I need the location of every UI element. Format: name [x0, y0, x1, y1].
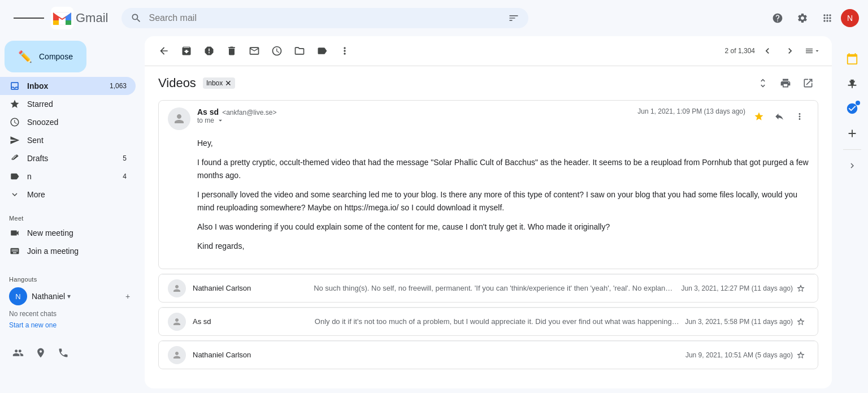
sender-name-1: As sd: [197, 107, 219, 116]
collapsed-message-4[interactable]: Nathaniel Carlson Jun 9, 2021, 10:51 AM …: [159, 341, 818, 369]
pagination-text: 2 of 1,304: [725, 47, 755, 55]
sidebar-item-n[interactable]: n 4: [0, 167, 136, 185]
collapse-sender-4: Nathaniel Carlson: [193, 351, 315, 359]
collapse-sender-3: As sd: [193, 317, 315, 326]
next-email-button[interactable]: [780, 41, 800, 61]
prev-email-button[interactable]: [757, 41, 778, 61]
archive-button[interactable]: [176, 41, 197, 61]
meet-section-label: Meet: [0, 208, 145, 224]
n-count: 4: [123, 172, 127, 180]
starred-label: Starred: [27, 100, 127, 109]
inbox-label: Inbox: [27, 81, 110, 90]
settings-button[interactable]: [791, 7, 814, 29]
toolbar-left: [154, 41, 355, 61]
help-button[interactable]: [766, 7, 789, 29]
message-header-1[interactable]: As sd <ankfan@live.se> to me Jun 1, 2021…: [159, 101, 818, 137]
collapse-date-3: Jun 3, 2021, 5:58 PM (11 days ago): [685, 318, 793, 326]
mark-unread-button[interactable]: [244, 41, 264, 61]
inbox-icon: [9, 80, 20, 92]
report-spam-button[interactable]: [199, 41, 219, 61]
collapse-date-4: Jun 9, 2021, 10:51 AM (5 days ago): [685, 351, 793, 359]
tasks-icon[interactable]: [841, 97, 863, 120]
right-panel: [836, 36, 868, 393]
snooze-icon: [9, 116, 20, 128]
keep-icon[interactable]: [841, 72, 863, 95]
sidebar-item-sent[interactable]: Sent: [0, 131, 136, 149]
hangout-name: Nathaniel: [32, 292, 65, 301]
open-in-new-button[interactable]: [798, 73, 818, 93]
collapse-all-button[interactable]: [753, 73, 773, 93]
more-button-1[interactable]: [791, 107, 809, 126]
collapse-date-2: Jun 3, 2021, 12:27 PM (11 days ago): [682, 284, 793, 292]
search-input[interactable]: [149, 13, 504, 23]
expand-to-icon[interactable]: [216, 116, 224, 124]
message-body-1: Hey, I found a pretty cryptic, occult-th…: [159, 137, 818, 269]
more-label: More: [27, 190, 127, 199]
avatar[interactable]: N: [841, 9, 859, 27]
hangout-user-nathaniel[interactable]: N Nathaniel ▾ +: [0, 285, 145, 308]
search-bar: [121, 8, 528, 28]
collapsed-message-2[interactable]: Nathaniel Carlson No such thing(s). No s…: [159, 274, 818, 302]
sender-email-1: <ankfan@live.se>: [222, 109, 276, 116]
join-meeting-item[interactable]: Join a meeting: [0, 242, 145, 260]
sidebar-item-more[interactable]: More: [0, 185, 136, 204]
email-pane: 2 of 1,304 Videos Inbox ✕: [145, 36, 832, 388]
to-label-1: to me: [197, 116, 214, 124]
body-line-4: Also I was wondering if you could explai…: [197, 221, 809, 233]
move-to-button[interactable]: [289, 41, 310, 61]
inbox-count: 1,063: [110, 82, 127, 90]
back-button[interactable]: [154, 41, 174, 61]
tasks-notification-dot: [856, 101, 860, 105]
sidebar-item-starred[interactable]: Starred: [0, 95, 136, 113]
more-options-button[interactable]: [335, 41, 355, 61]
snooze-button[interactable]: [267, 41, 287, 61]
remove-inbox-tag-button[interactable]: ✕: [225, 79, 232, 88]
sender-avatar-3: [168, 313, 186, 331]
view-options-button[interactable]: [802, 41, 823, 61]
star-icon: [9, 98, 20, 110]
start-new-chat-link[interactable]: Start a new one: [0, 320, 145, 330]
drafts-label: Drafts: [27, 154, 123, 163]
n-label: n: [27, 172, 123, 181]
sidebar-item-inbox[interactable]: Inbox 1,063: [0, 77, 136, 95]
right-panel-divider: [843, 149, 861, 150]
people-icon[interactable]: [9, 344, 27, 362]
collapse-preview-2: No such thing(s). No self, no freewill, …: [314, 284, 676, 292]
gmail-logo[interactable]: Gmail: [51, 7, 108, 29]
hangout-chevron-icon: ▾: [67, 292, 71, 300]
add-apps-button[interactable]: [841, 122, 863, 145]
collapse-panel-button[interactable]: [841, 154, 863, 177]
message-item-2: Nathaniel Carlson No such thing(s). No s…: [158, 274, 818, 303]
phone-icon[interactable]: [54, 344, 72, 362]
sidebar-item-drafts[interactable]: Drafts 5: [0, 149, 136, 167]
add-hangout-button[interactable]: +: [120, 288, 136, 304]
message-item-3: As sd Only do it if it's not too much of…: [158, 307, 818, 336]
new-meeting-label: New meeting: [27, 228, 73, 237]
delete-button[interactable]: [222, 41, 242, 61]
star-button-4[interactable]: [793, 347, 809, 363]
apps-button[interactable]: [816, 7, 839, 29]
collapse-sender-2: Nathaniel Carlson: [193, 284, 314, 292]
body-line-5: Kind regards,: [197, 240, 809, 252]
menu-icon[interactable]: [9, 11, 49, 25]
sidebar-item-snoozed[interactable]: Snoozed: [0, 113, 136, 131]
star-button-1[interactable]: [750, 107, 768, 126]
no-chats-text: No recent chats: [0, 308, 145, 320]
email-toolbar: 2 of 1,304: [145, 36, 832, 66]
compose-button[interactable]: ✏️ Compose: [5, 41, 86, 72]
new-meeting-item[interactable]: New meeting: [0, 224, 145, 242]
expand-icon: [9, 189, 20, 200]
labels-button[interactable]: [312, 41, 332, 61]
calendar-icon[interactable]: [841, 47, 863, 70]
body-line-3: I personally loved the video and some se…: [197, 188, 809, 214]
star-button-3[interactable]: [793, 314, 809, 330]
collapsed-message-3[interactable]: As sd Only do it if it's not too much of…: [159, 308, 818, 335]
search-options-icon[interactable]: [508, 12, 519, 24]
message-date-1: Jun 1, 2021, 1:09 PM (13 days ago): [637, 107, 745, 115]
sent-label: Sent: [27, 136, 127, 145]
reply-button-1[interactable]: [770, 107, 788, 126]
sender-avatar-4: [168, 346, 186, 364]
print-button[interactable]: [775, 73, 796, 93]
star-button-2[interactable]: [793, 280, 809, 296]
location-icon[interactable]: [32, 344, 50, 362]
